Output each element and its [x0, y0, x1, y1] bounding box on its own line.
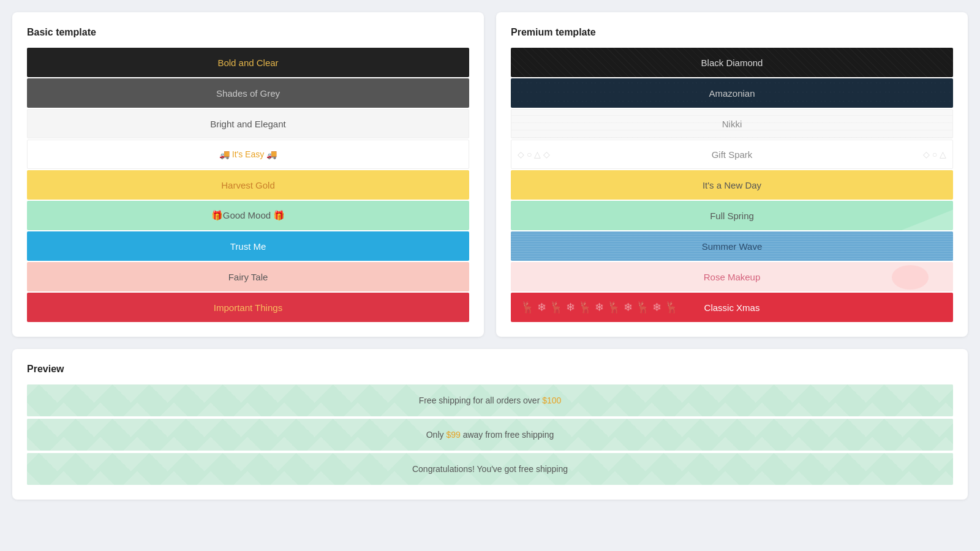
basic-template-card: Basic template Bold and Clear Shades of …: [12, 12, 484, 337]
template-bold-clear[interactable]: Bold and Clear: [27, 48, 469, 77]
preview-list: Free shipping for all orders over $100 O…: [27, 384, 953, 485]
template-its-new-day[interactable]: It's a New Day: [511, 170, 953, 200]
premium-template-list: Black Diamond Amazonian Nikki ◇ ○ △ ◇ ◇ …: [511, 48, 953, 322]
premium-template-title: Premium template: [511, 27, 953, 38]
template-nikki[interactable]: Nikki: [511, 109, 953, 138]
basic-template-list: Bold and Clear Shades of Grey Bright and…: [27, 48, 469, 322]
template-shades-grey[interactable]: Shades of Grey: [27, 78, 469, 108]
template-trust-me[interactable]: Trust Me: [27, 231, 469, 261]
preview-text-1: Free shipping for all orders over $100: [419, 395, 562, 405]
template-black-diamond[interactable]: Black Diamond: [511, 48, 953, 77]
template-gift-spark[interactable]: ◇ ○ △ ◇ ◇ ○ △ Gift Spark: [511, 140, 953, 169]
template-important-things[interactable]: Important Things: [27, 293, 469, 322]
template-its-easy[interactable]: 🚚 It's Easy 🚚: [27, 140, 469, 169]
preview-bar-free-shipping: Free shipping for all orders over $100: [27, 384, 953, 416]
preview-text-2: Only $99 away from free shipping: [426, 430, 554, 440]
preview-bar-away-from: Only $99 away from free shipping: [27, 419, 953, 451]
template-good-mood[interactable]: 🎁Good Mood 🎁: [27, 201, 469, 230]
preview-title: Preview: [27, 364, 953, 375]
template-amazonian[interactable]: Amazonian: [511, 78, 953, 108]
template-harvest-gold[interactable]: Harvest Gold: [27, 170, 469, 200]
template-bright-elegant[interactable]: Bright and Elegant: [27, 109, 469, 138]
preview-text-3: Congratulations! You've got free shippin…: [412, 464, 568, 474]
template-rose-makeup[interactable]: Rose Makeup: [511, 262, 953, 291]
template-fairy-tale[interactable]: Fairy Tale: [27, 262, 469, 291]
template-classic-xmas[interactable]: 🦌 ❄ 🦌 ❄ 🦌 ❄ 🦌 ❄ 🦌 ❄ 🦌 Classic Xmas: [511, 293, 953, 322]
preview-card: Preview Free shipping for all orders ove…: [12, 349, 968, 500]
template-summer-wave[interactable]: Summer Wave: [511, 231, 953, 261]
preview-bar-congrats: Congratulations! You've got free shippin…: [27, 453, 953, 485]
premium-template-card: Premium template Black Diamond Amazonian…: [496, 12, 968, 337]
basic-template-title: Basic template: [27, 27, 469, 38]
template-full-spring[interactable]: Full Spring: [511, 201, 953, 230]
